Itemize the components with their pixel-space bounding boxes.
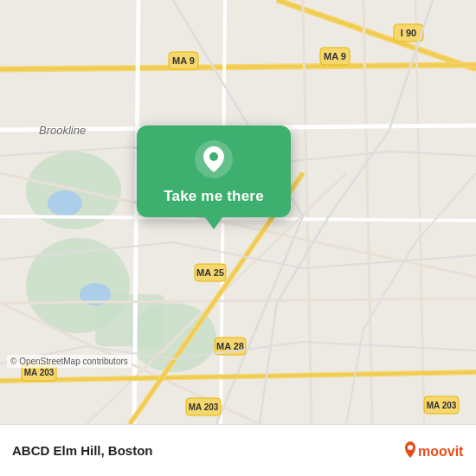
moovit-logo: moovit (403, 438, 464, 464)
svg-text:Brookline: Brookline (39, 124, 86, 137)
svg-point-25 (209, 152, 218, 161)
map-container: MA 9 MA 9 I 90 MA 25 MA 28 MA 203 MA 203… (0, 0, 476, 424)
svg-text:MA 203: MA 203 (189, 402, 219, 412)
bottom-bar: ABCD Elm Hill, Boston moovit (0, 424, 476, 476)
svg-text:MA 9: MA 9 (324, 51, 346, 61)
take-me-there-button[interactable]: Take me there (164, 188, 264, 205)
svg-point-26 (408, 445, 413, 450)
popup-card: Take me there (137, 125, 291, 217)
location-pin-icon (194, 139, 234, 179)
moovit-logo-svg: moovit (403, 438, 464, 464)
svg-text:MA 203: MA 203 (427, 401, 457, 410)
location-name: ABCD Elm Hill, Boston (12, 443, 153, 458)
svg-point-5 (48, 190, 82, 216)
svg-text:MA 25: MA 25 (196, 267, 224, 278)
svg-text:MA 203: MA 203 (24, 368, 55, 377)
svg-text:moovit: moovit (418, 444, 464, 459)
location-info: ABCD Elm Hill, Boston (12, 443, 153, 458)
svg-text:I 90: I 90 (401, 28, 416, 38)
map-attribution: © OpenStreetMap contributors (7, 355, 132, 368)
svg-text:MA 9: MA 9 (172, 55, 195, 66)
